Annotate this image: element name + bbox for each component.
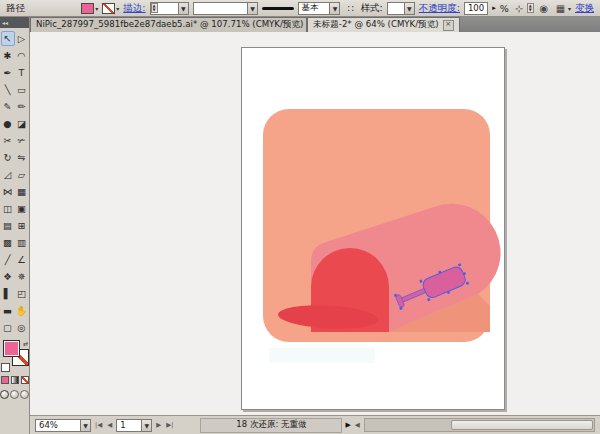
reflect-tool[interactable]: ⇋ — [15, 150, 29, 165]
dropdown-arrow-icon[interactable]: ▼ — [141, 420, 151, 431]
dropdown-arrow-icon[interactable]: ▼ — [80, 420, 90, 431]
pencil-tool[interactable]: ✏ — [15, 99, 29, 114]
knife-tool[interactable]: ✃ — [15, 133, 29, 148]
collapse-panel-icon[interactable]: ◂◂ — [2, 19, 8, 26]
stepper-icon[interactable]: ▲▼ — [527, 3, 534, 13]
scale-tool[interactable]: ◿ — [1, 167, 15, 182]
dropdown-arrow-icon[interactable]: ▾ — [568, 5, 571, 12]
raster-effects-icon[interactable]: ▦ — [554, 2, 567, 15]
blob-brush-tool[interactable]: ● — [1, 116, 15, 131]
horizontal-scrollbar-thumb[interactable] — [451, 420, 593, 430]
symbol-sprayer-tool[interactable]: ✵ — [15, 269, 29, 284]
swap-fill-stroke-icon[interactable]: ⇄ — [23, 340, 28, 347]
canvas-area[interactable] — [30, 32, 600, 415]
tab-label: 未标题-2* @ 64% (CMYK/预览) — [313, 19, 439, 31]
zoom-level-combo[interactable]: 64% ▼ — [35, 419, 91, 432]
selection-tool[interactable]: ↖ — [1, 31, 15, 46]
last-artboard-button[interactable]: ▶| — [165, 421, 174, 429]
prev-artboard-button[interactable]: ◀ — [106, 421, 113, 429]
recolor-artwork-icon[interactable]: ◉ — [538, 2, 550, 15]
pen-tool[interactable]: ✒ — [1, 65, 15, 80]
artboard-tool[interactable]: ◰ — [15, 286, 29, 301]
status-menu-arrow-icon[interactable]: ▶ — [345, 421, 350, 429]
tools-grid: ↖▷✱◠✒T╲▭✎✏●◪✂✃↻⇋◿▱⋈▦◫▣▤⊞▩▥╱∠❖✵▌◰▬✋▢◎ — [0, 30, 29, 336]
gradient-button[interactable] — [11, 376, 19, 384]
direct-selection-tool[interactable]: ▷ — [15, 31, 29, 46]
live-paint-selection-tool[interactable]: ▤ — [1, 218, 15, 233]
type-tool[interactable]: T — [15, 65, 29, 80]
artboard[interactable] — [241, 47, 505, 410]
draw-behind-button[interactable] — [10, 390, 19, 399]
stroke-panel-link[interactable]: 描边: — [123, 2, 145, 15]
opacity-input[interactable]: 100 — [464, 2, 488, 15]
free-transform-tool[interactable]: ▦ — [15, 184, 29, 199]
paintbrush-tool[interactable]: ✎ — [1, 99, 15, 114]
blend-tool[interactable]: ❖ — [1, 269, 15, 284]
transform-link[interactable]: 变换 — [575, 2, 594, 15]
zoom-tool[interactable]: ◎ — [15, 320, 29, 335]
illustrator-window: 路径 ▾ ▾ 描边: ▲▼ ▼ ▼ 基本 ▼ ∷ 样式: ▼ 不透明度: 100 — [0, 0, 600, 434]
fill-color-picker[interactable]: ▾ — [81, 3, 98, 14]
eyedropper-tool[interactable]: ╱ — [1, 252, 15, 267]
brush-definition-combo[interactable]: 基本 ▼ — [298, 2, 341, 15]
eraser-tool[interactable]: ◪ — [15, 116, 29, 131]
stroke-none-swatch[interactable] — [102, 3, 115, 14]
measure-tool[interactable]: ∠ — [15, 252, 29, 267]
width-tool[interactable]: ⋈ — [1, 184, 15, 199]
hand-tool[interactable]: ✋ — [15, 303, 29, 318]
opacity-stepper-icon[interactable]: ▸ — [492, 4, 496, 12]
dropdown-arrow-icon[interactable]: ▼ — [404, 3, 414, 14]
draw-inside-button[interactable] — [20, 390, 29, 399]
mesh-tool[interactable]: ▩ — [1, 235, 15, 250]
align-options[interactable]: ⊹ ▲▼ — [513, 2, 534, 15]
width-profile-combo[interactable]: ▼ — [193, 2, 258, 15]
line-segment-tool[interactable]: ╲ — [1, 82, 15, 97]
rectangle-tool[interactable]: ▭ — [15, 82, 29, 97]
tab-label: NiPic_287997_5981fbe2e87daeb5.ai* @ 107.… — [36, 19, 303, 31]
default-fill-stroke-icon[interactable] — [1, 363, 10, 372]
scroll-left-arrow-icon[interactable]: ◀ — [354, 421, 361, 429]
undo-status-text: 18 次还原: 无重做 — [236, 419, 306, 431]
fill-proxy-swatch[interactable] — [3, 340, 20, 357]
stroke-color-picker[interactable]: ▾ — [102, 3, 119, 14]
status-bar: 64% ▼ |◀ ◀ 1 ▼ ▶ ▶| 18 次还原: 无重做 ▶ ◀ — [30, 415, 600, 434]
color-button[interactable] — [1, 376, 9, 384]
rotate-tool[interactable]: ↻ — [1, 150, 15, 165]
stroke-weight-combo[interactable]: ▲▼ ▼ — [150, 2, 189, 15]
live-paint-bucket-tool[interactable]: ▣ — [15, 201, 29, 216]
gradient-tool[interactable]: ▥ — [15, 235, 29, 250]
fill-swatch[interactable] — [81, 3, 94, 14]
opacity-link[interactable]: 不透明度: — [419, 2, 460, 15]
none-button[interactable] — [21, 376, 29, 384]
shape-builder-tool[interactable]: ◫ — [1, 201, 15, 216]
artboard-number-combo[interactable]: 1 ▼ — [116, 419, 152, 432]
lasso-tool[interactable]: ◠ — [15, 48, 29, 63]
tools-panel-header[interactable]: ◂◂ — [0, 17, 29, 28]
dropdown-arrow-icon[interactable]: ▼ — [329, 3, 339, 14]
print-tiling-tool[interactable]: ▢ — [1, 320, 15, 335]
dropdown-arrow-icon[interactable]: ▼ — [178, 3, 188, 14]
dropdown-arrow-icon[interactable]: ▼ — [247, 3, 257, 14]
brush-options-icon[interactable]: ∷ — [344, 2, 356, 15]
horizontal-scrollbar[interactable] — [364, 418, 595, 432]
align-anchor-icon[interactable]: ⊹ — [513, 2, 526, 15]
magic-wand-tool[interactable]: ✱ — [1, 48, 15, 63]
next-artboard-button[interactable]: ▶ — [155, 421, 162, 429]
drawing-mode-buttons — [0, 390, 29, 399]
slice-tool[interactable]: ▬ — [1, 303, 15, 318]
perspective-grid-tool[interactable]: ⊞ — [15, 218, 29, 233]
shear-tool[interactable]: ▱ — [15, 167, 29, 182]
tab-close-icon[interactable]: × — [443, 20, 454, 31]
tab-document-2[interactable]: 未标题-2* @ 64% (CMYK/预览)× — [307, 17, 460, 32]
dropdown-arrow-icon[interactable]: ▾ — [95, 5, 98, 12]
column-graph-tool[interactable]: ▌ — [1, 286, 15, 301]
paint-style-buttons — [0, 376, 29, 384]
first-artboard-button[interactable]: |◀ — [94, 421, 103, 429]
stepper-icon[interactable]: ▲▼ — [151, 3, 158, 13]
tab-document-1[interactable]: NiPic_287997_5981fbe2e87daeb5.ai* @ 107.… — [30, 17, 307, 32]
style-combo[interactable]: ▼ — [387, 2, 415, 15]
dropdown-arrow-icon[interactable]: ▾ — [116, 5, 119, 12]
scissors-tool[interactable]: ✂ — [1, 133, 15, 148]
raster-options[interactable]: ▦ ▾ — [554, 2, 571, 15]
draw-normal-button[interactable] — [0, 390, 9, 399]
